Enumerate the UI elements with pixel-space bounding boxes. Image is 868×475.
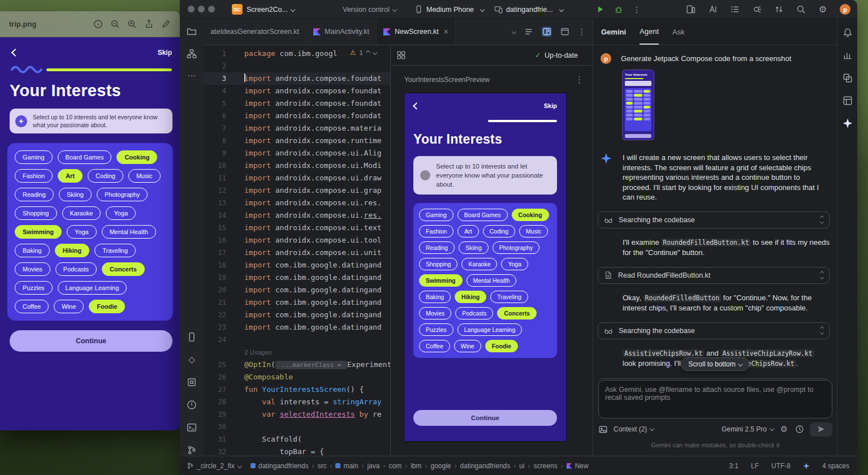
gemini-prompt-input[interactable] (599, 381, 832, 418)
terminal-tool-icon[interactable] (185, 421, 198, 434)
history-icon[interactable] (794, 425, 804, 434)
phone-device-icon (414, 5, 423, 14)
context-selector[interactable]: Context (2) (614, 425, 654, 433)
interest-chip-board-games: Board Games (457, 209, 508, 221)
editor-options-icon[interactable]: ⋮ (578, 27, 586, 36)
breadcrumb-separator: › (513, 462, 516, 470)
resource-manager-icon[interactable] (841, 72, 854, 84)
prev-problem-icon[interactable] (366, 50, 370, 55)
notifications-bell-icon[interactable] (841, 27, 854, 39)
structure-tool-icon[interactable] (185, 48, 198, 60)
expand-collapse-icon[interactable] (821, 271, 823, 279)
device-manager-icon[interactable] (685, 5, 696, 15)
todo-list-icon[interactable] (729, 5, 740, 15)
preview-name[interactable]: YourInterestsScreenPreview (404, 76, 490, 84)
next-problem-icon[interactable] (373, 50, 377, 55)
window-minimize-button[interactable] (198, 6, 205, 12)
interest-chip-art: Art (457, 225, 478, 238)
compose-preview-pane: ✓ Up-to-date YourInterestsScreenPreview … (390, 45, 593, 456)
share-icon[interactable] (140, 17, 157, 32)
code-editor[interactable]: 1package com.ibm.googl23import androidx.… (204, 45, 390, 456)
user-avatar[interactable]: p (840, 4, 850, 15)
breadcrumb-item-datingandfriends[interactable]: datingandfriends (251, 462, 309, 470)
hidden-tabs-icon[interactable] (512, 29, 516, 34)
dependencies-tool-icon[interactable] (185, 376, 198, 388)
info-icon[interactable] (89, 17, 106, 32)
editor-tab-newscreen-kt[interactable]: NewScreen.kt× (377, 19, 456, 45)
vcs-update-icon[interactable] (774, 5, 784, 15)
compose-preview-canvas[interactable]: Skip Your Interests Select up to 10 inte… (404, 93, 566, 441)
settings-icon[interactable]: ⚙ (818, 5, 828, 15)
expand-collapse-icon[interactable] (821, 327, 823, 334)
breadcrumb-item-src[interactable]: src (317, 462, 326, 470)
ui-check-icon[interactable] (396, 50, 406, 60)
search-everywhere-icon[interactable] (796, 5, 806, 15)
attached-screenshot-thumbnail[interactable]: Your Interests (622, 70, 654, 140)
running-devices-tool-icon[interactable] (185, 331, 198, 343)
git-branch-widget[interactable]: _circle_2_fix (187, 462, 241, 470)
breadcrumb-item-screens[interactable]: screens (534, 462, 558, 470)
project-tool-icon[interactable] (185, 25, 198, 38)
breadcrumb-item-datingandfriends[interactable]: datingandfriends (460, 462, 511, 470)
inspection-widget[interactable]: ⚠ 1 (350, 49, 377, 57)
split-editor-icon[interactable] (542, 27, 552, 37)
breadcrumb-item-new[interactable]: New (567, 462, 589, 470)
tab-ask[interactable]: Ask (672, 19, 685, 45)
tab-agent[interactable]: Agent (640, 19, 659, 45)
edit-pencil-icon[interactable] (157, 17, 174, 32)
gemini-chat[interactable]: p Generate Jetpack Compose code from a s… (593, 45, 837, 380)
interest-chip-traveling: Traveling (94, 244, 136, 257)
gemini-settings-icon[interactable]: ⚙ (779, 425, 789, 434)
debug-button[interactable] (614, 5, 623, 14)
vcs-widget[interactable]: Version control (343, 0, 396, 19)
send-button[interactable] (810, 422, 832, 437)
device-selector[interactable]: Medium Phone (414, 0, 484, 19)
gemini-tool-icon[interactable] (841, 117, 854, 129)
project-widget[interactable]: SC Screen2Co... (232, 0, 295, 19)
indent-setting[interactable]: 4 spaces (822, 462, 849, 470)
breadcrumb-item-ui[interactable]: ui (519, 462, 524, 470)
editor-tab-mainactivity-kt[interactable]: MainActivity.kt (306, 19, 377, 45)
file-encoding[interactable]: UTF-8 (771, 462, 791, 470)
breadcrumb-item-ibm[interactable]: ibm (411, 462, 421, 470)
attach-image-icon[interactable] (598, 425, 608, 434)
window-zoom-button[interactable] (208, 6, 215, 12)
window-close-button[interactable] (188, 6, 195, 12)
breadcrumb-item-com[interactable]: com (388, 462, 401, 470)
preview-window-icon[interactable] (560, 27, 570, 37)
editor-tab-ateideasgeneratorscreen-kt[interactable]: ateIdeasGeneratorScreen.kt (204, 19, 306, 45)
build-icon[interactable] (752, 5, 762, 15)
zoom-out-icon[interactable] (106, 17, 123, 32)
more-run-options-icon[interactable]: ⋮ (633, 5, 641, 14)
trip-image[interactable]: Skip Your Interests Select up to 10 inte… (0, 37, 180, 430)
profiler-icon[interactable] (841, 49, 854, 62)
gemini-status-icon[interactable] (803, 463, 810, 469)
gemini-input-box (598, 380, 832, 418)
code-line: 26@Composable (204, 371, 390, 383)
close-tab-icon[interactable]: × (444, 27, 448, 36)
mockup-info-card: Select up to 10 interests and let everyo… (10, 109, 172, 133)
find-in-files-icon[interactable] (707, 5, 718, 15)
model-selector[interactable]: Gemini 2.5 Pro (722, 425, 774, 433)
code-view-icon[interactable] (524, 27, 534, 37)
breadcrumb-item-java[interactable]: java (367, 462, 379, 470)
scroll-to-bottom-button[interactable]: Scroll to bottom (681, 357, 749, 371)
breadcrumb-item-google[interactable]: google (430, 462, 451, 470)
tool-call-read[interactable]: Read RoundedFilledButton.kt (598, 267, 830, 284)
tool-call-search[interactable]: Searching the codebase (598, 211, 830, 228)
breadcrumb-item-main[interactable]: main (335, 462, 358, 470)
line-separator[interactable]: LF (751, 462, 759, 470)
build-variants-tool-icon[interactable]: ◇ (185, 353, 198, 366)
layout-inspector-icon[interactable] (841, 94, 854, 107)
problems-tool-icon[interactable] (185, 399, 198, 411)
more-tool-windows-icon[interactable]: ⋯ (185, 70, 198, 82)
gemini-disclaimer: Gemini can make mistakes, so double-chec… (593, 442, 837, 448)
run-configuration-selector[interactable]: datingandfrie... (494, 0, 563, 19)
tool-call-search[interactable]: Searching the codebase (598, 322, 830, 339)
version-control-tool-icon[interactable] (185, 444, 198, 456)
run-button[interactable] (596, 5, 604, 14)
expand-collapse-icon[interactable] (821, 216, 823, 223)
caret-position[interactable]: 3:1 (729, 462, 739, 470)
zoom-in-icon[interactable] (123, 17, 140, 32)
preview-options-icon[interactable]: ⋮ (575, 75, 584, 85)
